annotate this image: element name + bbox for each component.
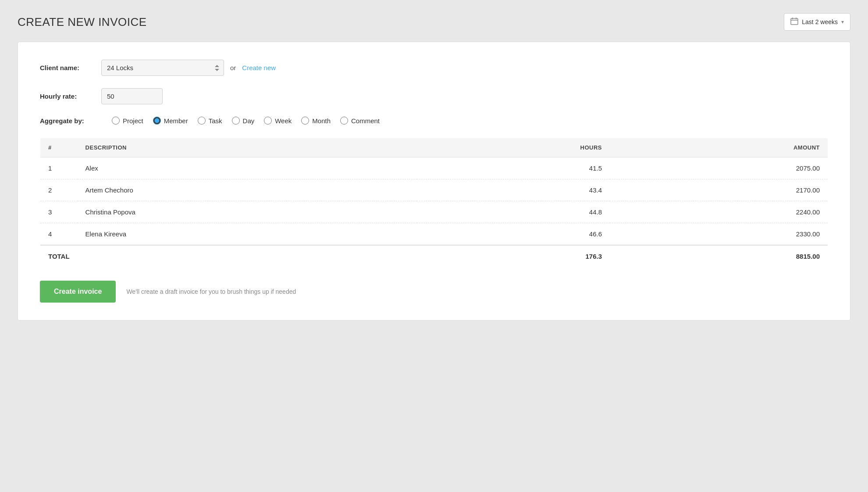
row-num: 2 [40,179,78,201]
row-description: Artem Chechoro [78,179,417,201]
radio-project-input[interactable] [112,117,120,125]
radio-task-label: Task [209,117,222,125]
table-row: 4 Elena Kireeva 46.6 2330.00 [40,223,828,246]
radio-comment-label: Comment [351,117,380,125]
total-label: TOTAL [40,245,78,267]
date-filter-button[interactable]: Last 2 weeks ▾ [784,13,850,31]
radio-day-input[interactable] [232,117,240,125]
row-description: Elena Kireeva [78,223,417,246]
radio-project-label: Project [123,117,143,125]
client-label: Client name: [40,64,101,71]
radio-month[interactable]: Month [301,117,331,125]
table-row: 2 Artem Chechoro 43.4 2170.00 [40,179,828,201]
row-description: Alex [78,157,417,179]
total-hours: 176.3 [417,245,610,267]
aggregate-radio-group: Project Member Task Day Week [112,117,380,125]
radio-week-label: Week [275,117,292,125]
radio-day[interactable]: Day [232,117,255,125]
col-header-amount: AMOUNT [610,138,828,157]
radio-month-label: Month [312,117,331,125]
invoice-table: # DESCRIPTION HOURS AMOUNT 1 Alex 41.5 2… [40,138,828,267]
row-hours: 43.4 [417,179,610,201]
row-hours: 46.6 [417,223,610,246]
radio-task-input[interactable] [198,117,206,125]
row-hours: 41.5 [417,157,610,179]
row-num: 1 [40,157,78,179]
client-select[interactable]: 24 Locks [101,60,224,76]
radio-day-label: Day [243,117,255,125]
radio-member[interactable]: Member [153,117,188,125]
create-new-link[interactable]: Create new [242,64,276,71]
hourly-rate-input[interactable] [101,88,163,104]
aggregate-by-label: Aggregate by: [40,117,101,125]
page-title: CREATE NEW INVOICE [18,15,147,29]
col-header-num: # [40,138,78,157]
total-empty [78,245,417,267]
row-num: 4 [40,223,78,246]
radio-month-input[interactable] [301,117,309,125]
col-header-description: DESCRIPTION [78,138,417,157]
radio-member-label: Member [164,117,188,125]
radio-comment[interactable]: Comment [340,117,380,125]
row-num: 3 [40,201,78,223]
or-text: or [230,64,236,71]
col-header-hours: HOURS [417,138,610,157]
date-filter-label: Last 2 weeks [802,18,838,25]
row-amount: 2170.00 [610,179,828,201]
calendar-icon [790,17,798,27]
radio-project[interactable]: Project [112,117,143,125]
create-invoice-button[interactable]: Create invoice [40,281,116,303]
svg-rect-0 [791,18,798,25]
table-row: 3 Christina Popova 44.8 2240.00 [40,201,828,223]
radio-task[interactable]: Task [198,117,222,125]
row-amount: 2330.00 [610,223,828,246]
row-hours: 44.8 [417,201,610,223]
row-amount: 2075.00 [610,157,828,179]
total-amount: 8815.00 [610,245,828,267]
row-amount: 2240.00 [610,201,828,223]
radio-member-input[interactable] [153,117,161,125]
hourly-rate-label: Hourly rate: [40,93,101,100]
radio-week[interactable]: Week [264,117,292,125]
draft-note: We'll create a draft invoice for you to … [126,288,296,295]
row-description: Christina Popova [78,201,417,223]
chevron-down-icon: ▾ [841,19,844,25]
radio-week-input[interactable] [264,117,272,125]
table-row: 1 Alex 41.5 2075.00 [40,157,828,179]
radio-comment-input[interactable] [340,117,348,125]
